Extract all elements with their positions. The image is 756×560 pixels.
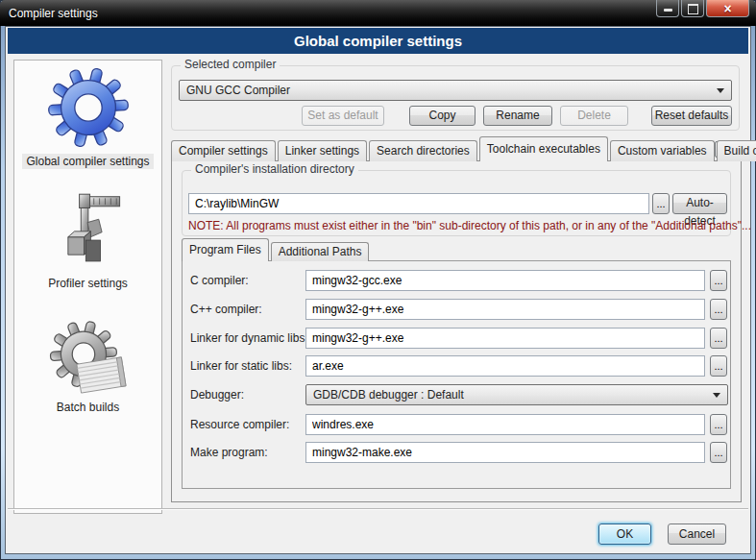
cpp-compiler-input[interactable] [305,299,705,320]
sidebar-item-global-compiler-settings[interactable]: Global compiler settings [22,66,153,169]
form-row: Make program: ... [183,442,730,463]
files-subtab-bar: Program Files Additional Paths [182,238,371,261]
group-caption: Selected compiler [181,58,280,71]
chevron-down-icon [717,88,724,93]
field-label: Linker for static libs: [190,355,292,377]
sidebar-item-label: Global compiler settings [22,154,153,169]
tab-custom-variables[interactable]: Custom variables [610,140,715,161]
sidebar-item-batch-builds[interactable]: Batch builds [48,320,129,415]
form-row: Resource compiler: ... [183,414,730,435]
dynamic-linker-input[interactable] [305,328,705,349]
delete-button: Delete [560,106,628,126]
settings-tab-bar: Compiler settings Linker settings Search… [171,136,756,161]
minimize-icon [664,9,672,12]
caliper-icon [47,190,128,271]
browse-button[interactable]: ... [710,442,727,463]
tab-compiler-settings[interactable]: Compiler settings [171,140,276,161]
blue-gear-icon [47,66,130,149]
form-row: Linker for static libs: ... [183,355,730,377]
ok-button[interactable]: OK [598,523,651,545]
browse-button[interactable]: ... [710,355,727,377]
chevron-down-icon [713,393,720,398]
compiler-select-value: GNU GCC Compiler [186,84,711,97]
maximize-icon [688,4,698,14]
page-title: Global compiler settings [8,28,748,54]
resource-compiler-input[interactable] [305,414,705,435]
window-title: Compiler settings [0,7,98,20]
rename-button[interactable]: Rename [483,106,552,126]
browse-button[interactable]: ... [710,299,727,320]
tab-toolchain-executables[interactable]: Toolchain executables [479,136,608,161]
sidebar-item-profiler-settings[interactable]: Profiler settings [44,190,132,291]
settings-category-list: Global compiler settings [13,60,162,514]
field-label: Debugger: [190,384,244,405]
form-row: Debugger: GDB/CDB debugger : Default [183,384,730,405]
field-label: Linker for dynamic libs: [190,328,308,349]
browse-button[interactable]: ... [710,414,727,435]
sidebar-item-label: Profiler settings [44,276,132,291]
reset-defaults-button[interactable]: Reset defaults [651,106,732,126]
footer-divider [8,508,748,509]
note-text: NOTE: All programs must exist either in … [188,219,751,232]
form-row: Linker for dynamic libs: ... [183,328,730,349]
field-label: C compiler: [190,270,249,291]
tab-search-directories[interactable]: Search directories [369,140,477,161]
auto-detect-button[interactable]: Auto-detect [672,193,727,214]
copy-button[interactable]: Copy [409,106,476,126]
subtab-program-files[interactable]: Program Files [182,238,269,261]
cancel-button[interactable]: Cancel [668,523,726,545]
form-row: C compiler: ... [183,270,730,291]
dialog-client-area: Global compiler settings [5,26,751,554]
browse-button[interactable]: ... [710,328,727,349]
titlebar[interactable]: Compiler settings × [0,0,756,26]
browse-button[interactable]: ... [710,270,727,291]
field-label: Resource compiler: [190,414,289,435]
installation-directory-input[interactable] [188,193,649,214]
gray-gear-stack-icon [48,320,129,395]
c-compiler-input[interactable] [305,270,705,291]
form-row: C++ compiler: ... [183,299,730,320]
browse-directory-button[interactable]: ... [652,193,670,214]
field-label: C++ compiler: [190,299,262,320]
subtab-additional-paths[interactable]: Additional Paths [271,242,370,261]
compiler-settings-dialog: Compiler settings × Global compiler sett… [0,0,756,560]
debugger-select[interactable]: GDB/CDB debugger : Default [305,384,728,405]
set-as-default-button: Set as default [302,106,384,126]
close-button[interactable]: × [706,0,749,17]
compiler-select[interactable]: GNU GCC Compiler [179,80,732,101]
toolchain-executables-page: Compiler's installation directory ... Au… [171,160,742,502]
static-linker-input[interactable] [305,355,705,377]
make-program-input[interactable] [305,442,705,463]
program-files-panel: C compiler: ... C++ compiler: ... Linker… [182,260,731,489]
tab-linker-settings[interactable]: Linker settings [278,140,367,161]
tab-build-options[interactable]: Build options [717,140,756,161]
close-icon: × [723,2,731,15]
installation-directory-group: Compiler's installation directory ... Au… [182,170,731,236]
minimize-button[interactable] [656,0,679,17]
selected-compiler-group: Selected compiler GNU GCC Compiler Set a… [171,65,740,131]
debugger-select-value: GDB/CDB debugger : Default [313,388,707,402]
maximize-button[interactable] [681,0,704,17]
group-caption: Compiler's installation directory [191,162,358,176]
field-label: Make program: [190,442,268,463]
sidebar-item-label: Batch builds [53,400,123,415]
